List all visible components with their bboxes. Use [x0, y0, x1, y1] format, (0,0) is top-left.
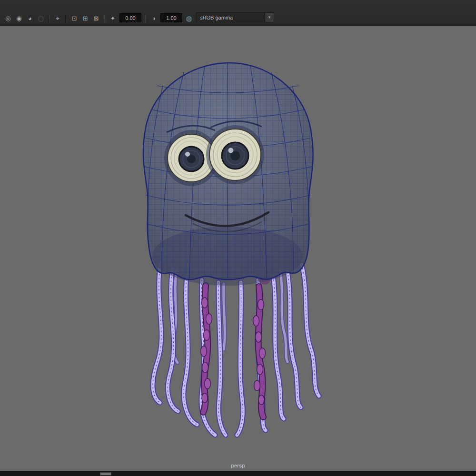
jellyfish-back-tentacles	[173, 267, 288, 363]
ambient-occlusion-icon[interactable]: ◉	[15, 14, 23, 22]
jellyfish-wireframe-model	[0, 26, 476, 471]
gate-mask-icon[interactable]: ⊠	[92, 14, 100, 22]
jellyfish-oral-arms	[201, 286, 266, 417]
toolbar-separator	[65, 14, 66, 22]
gamma-field[interactable]	[160, 13, 182, 22]
color-management-icon[interactable]: ◍	[185, 14, 193, 22]
toolbar-separator	[49, 14, 50, 22]
snap-select-icon[interactable]: ⌖	[53, 14, 62, 22]
viewport-toolbar: ◎ ◉ ◕ ▢ ⌖ ⊡ ⊞ ⊠ ✦ ◑ ◍ sRGB gamma ▼	[0, 0, 476, 26]
toolbar-separator	[145, 14, 146, 22]
bottom-bar-handle[interactable]	[100, 472, 111, 476]
texture-display-icon[interactable]: ⊞	[81, 14, 89, 22]
multisample-icon[interactable]: ▢	[37, 14, 45, 22]
toolbar-separator	[104, 14, 105, 22]
bottom-strip	[0, 471, 476, 476]
motion-blur-icon[interactable]: ◕	[26, 14, 34, 22]
jellyfish-organs	[211, 225, 274, 285]
camera-label: persp	[0, 463, 476, 468]
exposure-icon[interactable]: ✦	[109, 14, 117, 22]
view-transform-value: sRGB gamma	[196, 13, 265, 22]
persp-viewport[interactable]: persp	[0, 26, 476, 471]
jellyfish-mouth	[186, 212, 268, 232]
exposure-field[interactable]	[119, 13, 141, 22]
highlight-selection-icon[interactable]: ◎	[4, 14, 12, 22]
jellyfish-tentacles	[153, 263, 319, 435]
jellyfish-eyes	[164, 121, 264, 186]
chevron-down-icon[interactable]: ▼	[265, 13, 274, 22]
gamma-icon[interactable]: ◑	[149, 14, 158, 22]
image-plane-icon[interactable]: ⊡	[70, 14, 79, 22]
view-transform-dropdown[interactable]: sRGB gamma ▼	[196, 12, 274, 22]
jellyfish-bell	[143, 63, 313, 286]
